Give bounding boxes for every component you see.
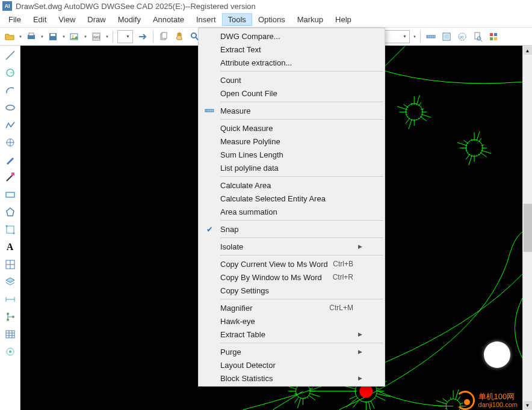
tools-menu-list-polyline-data[interactable]: List polyline data xyxy=(199,161,385,174)
tools-menu-calculate-area[interactable]: Calculate Area xyxy=(199,179,385,192)
tools-menu-extract-table[interactable]: Extract Table▶ xyxy=(199,328,385,341)
scroll-thumb[interactable] xyxy=(524,204,532,252)
menu-separator xyxy=(220,255,383,255)
open-icon[interactable] xyxy=(2,29,17,44)
layers-icon[interactable] xyxy=(3,275,17,289)
svg-rect-9 xyxy=(162,32,167,38)
dimension-icon[interactable] xyxy=(3,292,17,307)
scroll-down-button[interactable]: ▼ xyxy=(524,401,532,409)
tools-menu-snap[interactable]: ✔Snap xyxy=(199,222,385,236)
svg-text:IMG: IMG xyxy=(93,35,101,39)
menu-separator xyxy=(220,237,383,238)
svg-rect-25 xyxy=(494,33,497,36)
tree-icon[interactable] xyxy=(3,310,17,324)
tools-menu-calculate-selected-entity-area[interactable]: Calculate Selected Entity Area xyxy=(199,192,385,205)
search-doc-icon[interactable] xyxy=(471,29,485,44)
menu-tools[interactable]: Tools xyxy=(222,13,252,26)
menu-help[interactable]: Help xyxy=(329,13,357,26)
menu-shortcut: Ctrl+R xyxy=(333,273,358,281)
rectangle-icon[interactable] xyxy=(3,188,17,202)
toolbar-dropdown-arrow[interactable]: ▼ xyxy=(412,35,417,38)
tools-menu-layout-detector[interactable]: Layout Detector xyxy=(199,358,385,372)
menu-draw[interactable]: Draw xyxy=(81,13,111,26)
menu-item-label: Extract Text xyxy=(220,45,358,54)
tools-menu-extract-text[interactable]: Extract Text xyxy=(199,43,385,56)
tools-menu-block-statistics[interactable]: Block Statistics▶ xyxy=(199,372,385,385)
menu-separator xyxy=(220,220,383,221)
polyline-icon[interactable] xyxy=(3,118,17,132)
menu-annotate[interactable]: Annotate xyxy=(147,13,190,26)
tools-menu-isolate[interactable]: Isolate▶ xyxy=(199,240,385,253)
submenu-arrow-icon: ▶ xyxy=(358,375,367,381)
circle-icon[interactable] xyxy=(3,66,17,80)
svg-rect-26 xyxy=(490,37,493,40)
watermark-logo-icon xyxy=(456,391,475,410)
tools-menu-purge[interactable]: Purge▶ xyxy=(199,345,385,358)
menu-markup[interactable]: Markup xyxy=(291,13,329,26)
watermark-line2: danji100.com xyxy=(478,401,518,408)
menu-item-label: Isolate xyxy=(220,242,358,251)
measure-icon[interactable] xyxy=(424,29,438,44)
tools-menu-sum-lines-length[interactable]: Sum Lines Length xyxy=(199,148,385,161)
svg-line-88 xyxy=(466,150,468,151)
arrow-right-icon[interactable] xyxy=(135,29,150,44)
tools-menu-copy-by-window-to-ms-word[interactable]: Copy By Window to Ms WordCtrl+R xyxy=(199,271,385,284)
grid-icon[interactable] xyxy=(3,257,17,272)
tools-menu-magnifier[interactable]: MagnifierCtrL+M xyxy=(199,301,385,314)
menu-item-label: Extract Table xyxy=(220,330,358,339)
table-icon[interactable] xyxy=(3,327,17,341)
menu-options[interactable]: Options xyxy=(252,13,291,26)
arc-icon[interactable] xyxy=(3,83,17,97)
menu-insert[interactable]: Insert xyxy=(190,13,222,26)
shape-icon[interactable] xyxy=(3,135,17,150)
polygon-icon[interactable] xyxy=(3,205,17,219)
tools-menu-attribute-extraction[interactable]: Attribute extraction... xyxy=(199,56,385,69)
copy-icon[interactable] xyxy=(156,29,171,44)
toolbar-split-arrow[interactable]: ▼ xyxy=(61,35,66,38)
vertical-scrollbar[interactable]: ▲ ▼ xyxy=(522,46,532,410)
svg-rect-27 xyxy=(494,37,497,40)
tools-menu-quick-measure[interactable]: Quick Measure xyxy=(199,121,385,135)
menu-separator xyxy=(220,343,383,343)
area-icon[interactable] xyxy=(439,29,454,44)
toolbar-split-arrow[interactable]: ▼ xyxy=(18,35,23,38)
print-icon[interactable] xyxy=(24,29,39,44)
toolbar-dropdown[interactable]: ▼ xyxy=(117,30,133,43)
title-bar: AI DrawSet.dwg AutoDWG DWGSee CAD 2025(E… xyxy=(0,0,532,12)
menu-edit[interactable]: Edit xyxy=(27,13,52,26)
scroll-up-button[interactable]: ▲ xyxy=(524,46,532,55)
tools-menu-open-count-file[interactable]: Open Count File xyxy=(199,87,385,100)
toolbar-split-arrow[interactable]: ▼ xyxy=(83,35,88,38)
image-export-icon[interactable]: IMG xyxy=(89,29,104,44)
toolbar-split-arrow[interactable]: ▼ xyxy=(40,35,45,38)
menu-item-label: Magnifier xyxy=(220,304,329,313)
menu-item-label: Block Statistics xyxy=(220,374,358,383)
menu-file[interactable]: File xyxy=(2,13,27,26)
tools-menu-copy-settings[interactable]: Copy Settings xyxy=(199,284,385,297)
toolbar-split-arrow[interactable]: ▼ xyxy=(105,35,110,38)
color-pick-icon[interactable] xyxy=(486,29,501,44)
image-save-icon[interactable] xyxy=(67,29,82,44)
text-icon[interactable]: A xyxy=(3,240,17,254)
tools-menu-hawk-eye[interactable]: Hawk-eye xyxy=(199,314,385,328)
circle-20-icon[interactable]: 20 xyxy=(455,29,469,44)
tools-menu-dwg-compare[interactable]: DWG Compare... xyxy=(199,29,385,43)
ellipse-icon[interactable] xyxy=(3,100,17,115)
line-icon[interactable] xyxy=(3,48,17,63)
svg-rect-24 xyxy=(490,33,493,36)
transform-icon[interactable] xyxy=(3,222,17,237)
target-icon[interactable] xyxy=(3,344,17,359)
save-icon[interactable] xyxy=(46,29,60,44)
svg-point-39 xyxy=(13,233,14,234)
tools-menu-area-summation[interactable]: Area summation xyxy=(199,205,385,218)
menu-view[interactable]: View xyxy=(52,13,81,26)
tools-menu-copy-current-view-to-ms-word[interactable]: Copy Current View to Ms WordCtrl+B xyxy=(199,257,385,271)
draw-icon[interactable] xyxy=(3,153,17,167)
menu-modify[interactable]: Modify xyxy=(112,13,147,26)
tools-menu-count[interactable]: Count xyxy=(199,73,385,87)
menu-item-label: Attribute extraction... xyxy=(220,58,358,67)
tools-menu-measure[interactable]: Measure xyxy=(199,104,385,117)
tools-menu-measure-polyline[interactable]: Measure Polyline xyxy=(199,135,385,148)
erase-icon[interactable] xyxy=(3,170,17,185)
hand-icon[interactable] xyxy=(172,29,187,44)
